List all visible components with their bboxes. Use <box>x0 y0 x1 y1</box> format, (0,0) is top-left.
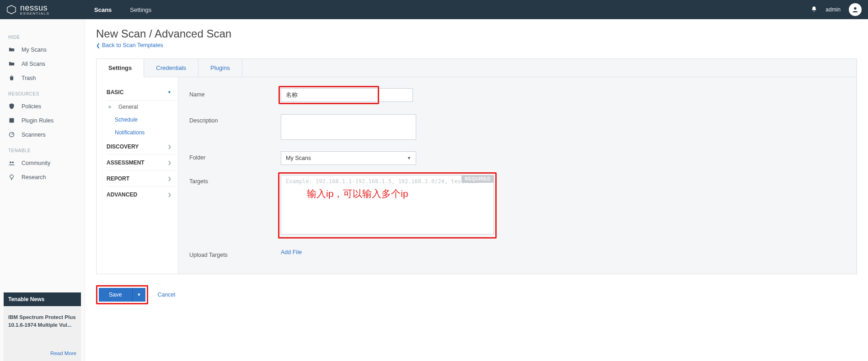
chevron-down-icon: ▼ <box>167 90 171 95</box>
sidebar: HIDE My Scans All Scans Trash RESOURCES … <box>0 19 85 361</box>
notifications-icon[interactable] <box>811 6 817 14</box>
targets-highlight-box: REQUIRED 输入ip，可以输入多个ip <box>278 172 497 239</box>
description-input[interactable] <box>281 114 416 140</box>
news-box: Tenable News IBM Spectrum Protect Plus 1… <box>4 292 81 361</box>
back-link-label: Back to Scan Templates <box>102 42 163 48</box>
sidebar-group-hide: HIDE <box>0 28 85 42</box>
news-readmore-link[interactable]: Read More <box>50 350 76 357</box>
settings-nav-label: ASSESSMENT <box>107 159 145 166</box>
settings-nav-discovery[interactable]: DISCOVERY ❯ <box>107 139 178 155</box>
plugin-icon <box>8 117 15 124</box>
sidebar-item-label: Scanners <box>21 132 46 138</box>
settings-nav-label: BASIC <box>107 89 123 96</box>
sidebar-item-label: Research <box>21 174 46 180</box>
sidebar-item-plugin-rules[interactable]: Plugin Rules <box>0 113 85 127</box>
name-highlight-box <box>279 86 379 104</box>
news-heading: Tenable News <box>4 292 81 306</box>
required-badge: REQUIRED <box>461 175 494 183</box>
name-input[interactable] <box>281 88 377 102</box>
sidebar-item-label: My Scans <box>21 47 47 53</box>
svg-point-6 <box>10 175 14 179</box>
avatar[interactable] <box>849 3 862 16</box>
tab-credentials[interactable]: Credentials <box>144 59 198 77</box>
chevron-left-icon: ❮ <box>96 42 100 48</box>
sidebar-item-label: All Scans <box>21 61 45 67</box>
folder-icon <box>8 46 15 53</box>
sidebar-item-label: Policies <box>21 103 41 110</box>
svg-rect-2 <box>10 118 14 123</box>
top-nav: Scans Settings <box>85 0 161 19</box>
sidebar-item-scanners[interactable]: Scanners <box>0 127 85 142</box>
svg-point-4 <box>10 161 11 163</box>
chevron-right-icon: ❯ <box>168 160 171 165</box>
sidebar-item-research[interactable]: Research <box>0 170 85 184</box>
shield-icon <box>8 103 15 110</box>
settings-nav-general[interactable]: General <box>107 101 178 113</box>
sidebar-group-tenable: TENABLE <box>0 142 85 156</box>
user-name[interactable]: admin <box>825 6 841 13</box>
top-bar: nessus ESSENTIALS Scans Settings admin <box>0 0 868 19</box>
chevron-right-icon: ❯ <box>168 144 171 149</box>
topnav-settings[interactable]: Settings <box>121 0 161 19</box>
folder-select-value: My Scans <box>286 155 311 161</box>
sidebar-item-my-scans[interactable]: My Scans <box>0 42 85 57</box>
back-link[interactable]: ❮ Back to Scan Templates <box>96 42 163 48</box>
sidebar-item-label: Plugin Rules <box>21 117 54 124</box>
sidebar-item-trash[interactable]: Trash <box>0 71 85 85</box>
settings-nav-advanced[interactable]: ADVANCED ❯ <box>107 187 178 202</box>
svg-point-5 <box>12 161 14 163</box>
community-icon <box>8 159 15 166</box>
main-content: New Scan / Advanced Scan ❮ Back to Scan … <box>85 19 868 361</box>
description-label: Description <box>189 114 281 124</box>
settings-nav-schedule[interactable]: Schedule <box>107 113 178 126</box>
add-file-link[interactable]: Add File <box>281 249 302 255</box>
sidebar-group-resources: RESOURCES <box>0 85 85 99</box>
sidebar-item-all-scans[interactable]: All Scans <box>0 57 85 71</box>
tabs: Settings Credentials Plugins <box>96 59 857 77</box>
settings-nav-label: REPORT <box>107 175 129 182</box>
page-title: New Scan / Advanced Scan <box>96 27 857 40</box>
form-panel: Name Description <box>178 77 857 274</box>
brand-edition: ESSENTIALS <box>20 11 49 16</box>
trash-icon <box>8 74 15 81</box>
name-label: Name <box>189 88 281 98</box>
name-input-extra[interactable] <box>379 88 413 102</box>
folder-select[interactable]: My Scans ▼ <box>281 151 416 165</box>
settings-nav-label: General <box>118 104 138 110</box>
settings-nav-notifications[interactable]: Notifications <box>107 126 178 139</box>
user-icon <box>852 6 859 13</box>
caret-down-icon: ▼ <box>137 292 141 297</box>
caret-down-icon: ▼ <box>407 156 411 160</box>
logo[interactable]: nessus ESSENTIALS <box>0 4 85 16</box>
upload-targets-label: Upload Targets <box>189 249 281 258</box>
sidebar-item-label: Trash <box>21 75 36 81</box>
svg-point-1 <box>854 7 856 10</box>
topnav-scans[interactable]: Scans <box>85 0 121 19</box>
svg-marker-0 <box>7 5 16 14</box>
settings-nav-basic[interactable]: BASIC ▼ <box>107 85 178 101</box>
settings-nav-label: DISCOVERY <box>107 143 139 150</box>
folder-label: Folder <box>189 151 281 161</box>
save-button[interactable]: Save <box>99 288 132 302</box>
bulb-icon <box>8 174 15 180</box>
tab-settings[interactable]: Settings <box>96 59 144 77</box>
save-dropdown-button[interactable]: ▼ <box>132 288 146 302</box>
brand-name: nessus <box>20 3 48 12</box>
settings-nav-assessment[interactable]: ASSESSMENT ❯ <box>107 155 178 171</box>
save-highlight-box: Save ▼ <box>96 285 148 304</box>
sidebar-item-community[interactable]: Community <box>0 156 85 170</box>
chevron-right-icon: ❯ <box>168 176 171 181</box>
folder-icon <box>8 60 15 67</box>
sidebar-item-policies[interactable]: Policies <box>0 99 85 113</box>
settings-nav-report[interactable]: REPORT ❯ <box>107 171 178 187</box>
sidebar-item-label: Community <box>21 160 50 166</box>
targets-label: Targets <box>189 175 281 185</box>
tab-plugins[interactable]: Plugins <box>198 59 242 77</box>
cancel-link[interactable]: Cancel <box>157 292 175 298</box>
news-body-text: IBM Spectrum Protect Plus 10.1.6-1974 Mu… <box>8 313 76 329</box>
logo-hexagon-icon <box>6 5 16 15</box>
settings-nav: BASIC ▼ General Schedule Notifications D… <box>96 77 178 274</box>
radar-icon <box>8 131 15 138</box>
settings-nav-label: ADVANCED <box>107 191 137 198</box>
targets-input[interactable] <box>281 175 494 234</box>
